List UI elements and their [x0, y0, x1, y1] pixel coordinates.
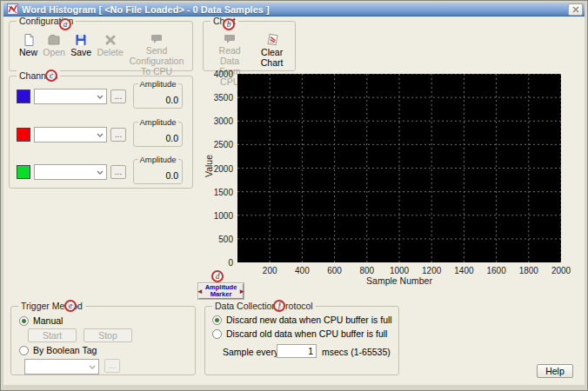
close-icon: [572, 6, 579, 13]
annotation-d: d: [211, 270, 224, 282]
right-arrow-icon: ►: [238, 288, 245, 295]
x-tick-label: 400: [287, 266, 317, 275]
window-title: Word Histogram [ <No File Loaded> - 0 Da…: [22, 4, 270, 15]
protocol-caption: Data Collection Protocol: [212, 301, 316, 311]
help-button[interactable]: Help: [537, 364, 573, 378]
close-button[interactable]: [568, 3, 583, 16]
x-tick-label: 800: [352, 266, 382, 275]
x-axis-label: Sample Number: [237, 275, 561, 286]
start-button[interactable]: Start: [28, 328, 77, 342]
annotation-f: f: [273, 300, 285, 312]
discard-new-label: Discard new data when CPU buffer is full: [226, 315, 392, 325]
boolean-tag-radio[interactable]: [19, 346, 29, 355]
x-tick-label: 2000: [546, 266, 576, 275]
stop-button[interactable]: Stop: [84, 328, 132, 342]
boolean-tag-radio-row: By Boolean Tag: [19, 345, 97, 355]
x-axis-ticks: 200400600800100012001400160018002000: [3, 17, 585, 277]
x-tick-label: 600: [320, 266, 350, 275]
boolean-tag-browse-button[interactable]: ...: [104, 359, 120, 373]
sample-interval-input[interactable]: [277, 344, 317, 358]
msecs-range-label: msecs (1-65535): [322, 347, 391, 357]
annotation-b: b: [223, 18, 235, 30]
left-arrow-icon: ◄: [197, 288, 204, 295]
amplitude-marker-label: Amplitude Marker: [205, 284, 237, 299]
manual-radio[interactable]: [19, 316, 29, 326]
amplitude-marker-button[interactable]: ◄ Amplitude Marker ►: [198, 283, 244, 299]
annotation-c: c: [45, 70, 57, 82]
title-bar: Word Histogram [ <No File Loaded> - 0 Da…: [3, 3, 585, 17]
discard-old-label: Discard old data when CPU buffer is full: [226, 328, 387, 339]
discard-old-radio-row: Discard old data when CPU buffer is full: [212, 328, 387, 339]
chevron-down-icon[interactable]: [85, 365, 98, 369]
sample-every-label: Sample every: [223, 347, 278, 357]
app-chart-icon: [7, 3, 18, 15]
discard-old-radio[interactable]: [212, 329, 222, 339]
dialog-client-area: Configuration New Open: [3, 17, 585, 385]
annotation-a: a: [59, 18, 71, 30]
x-tick-label: 200: [255, 266, 284, 275]
annotation-e: e: [64, 300, 77, 312]
boolean-tag-label: By Boolean Tag: [33, 345, 97, 355]
manual-label: Manual: [33, 315, 63, 326]
x-tick-label: 1200: [417, 266, 446, 275]
discard-new-radio[interactable]: [212, 315, 222, 325]
manual-radio-row: Manual: [19, 315, 63, 326]
x-tick-label: 1400: [449, 266, 478, 275]
app-window: Word Histogram [ <No File Loaded> - 0 Da…: [0, 0, 588, 391]
x-tick-label: 1600: [482, 266, 511, 275]
y-axis-label: Value: [204, 147, 214, 185]
discard-new-radio-row: Discard new data when CPU buffer is full: [212, 315, 392, 325]
x-tick-label: 1000: [384, 266, 414, 275]
x-tick-label: 1800: [514, 266, 544, 275]
boolean-tag-combobox[interactable]: [24, 359, 99, 374]
